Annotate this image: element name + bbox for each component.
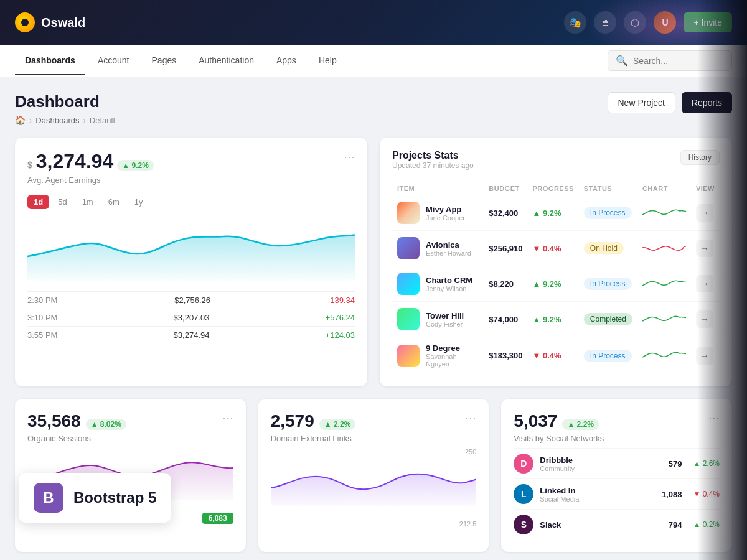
domain-stat-header: 2,579 ▲ 2.2% Domain External Links ⋯ (271, 411, 477, 443)
time-change-3: +124.03 (326, 330, 355, 340)
view-button-2[interactable]: → (696, 275, 713, 292)
social-change-0: ▲ 2.6% (693, 459, 720, 468)
earnings-card: $ 3,274.94 ▲ 9.2% Avg. Agent Earnings ⋯ … (15, 138, 367, 386)
search-input[interactable] (633, 56, 724, 66)
earnings-time-table: 2:30 PM $2,756.26 -139.34 3:10 PM $3,207… (27, 291, 355, 343)
page-title-area: Dashboard 🏠 › Dashboards › Default (15, 92, 115, 125)
time-change-1: -139.34 (327, 296, 355, 305)
table-row: 9 Degree Savannah Nguyen $183,300 ▼ 0.4%… (392, 337, 720, 375)
social-badge: ▲ 2.2% (562, 419, 599, 430)
time-filter-6m[interactable]: 6m (102, 195, 126, 209)
project-chart-0 (637, 195, 691, 231)
project-view-1[interactable]: → (691, 231, 720, 266)
chart-max-label: 250 (271, 448, 477, 455)
nav-account[interactable]: Account (88, 47, 139, 75)
table-row: Mivy App Jane Cooper $32,400 ▲ 9.2% In P… (392, 195, 720, 231)
logo-icon (15, 12, 35, 32)
social-val-0: 579 (669, 459, 682, 469)
domain-info: 2,579 ▲ 2.2% Domain External Links (271, 411, 356, 443)
view-button-3[interactable]: → (696, 310, 713, 328)
social-stat-header: 5,037 ▲ 2.2% Visits by Social Networks ⋯ (514, 411, 720, 443)
time-label-1: 2:30 PM (27, 296, 57, 305)
time-filter-1d[interactable]: 1d (27, 195, 49, 209)
time-row-3: 3:55 PM $3,274.94 +124.03 (27, 326, 355, 343)
social-info-2: Slack (540, 520, 662, 530)
view-button-1[interactable]: → (696, 240, 713, 257)
earnings-chart (27, 219, 355, 281)
project-item-1: Avionica Esther Howard (392, 231, 484, 266)
organic-more-icon[interactable]: ⋯ (222, 411, 233, 425)
time-filter-1y[interactable]: 1y (128, 195, 149, 209)
project-view-0[interactable]: → (691, 195, 720, 231)
organic-stat-header: 35,568 ▲ 8.02% Organic Sessions ⋯ (27, 411, 233, 443)
canada-value: 6,083 (202, 513, 233, 524)
nav-apps[interactable]: Apps (266, 47, 306, 75)
social-val-1: 1,088 (662, 490, 682, 499)
project-budget-1: $256,910 (484, 231, 527, 266)
bootstrap-text: Bootstrap 5 (73, 489, 156, 506)
logo-area: Oswald (15, 12, 85, 32)
nav-authentication[interactable]: Authentication (189, 47, 264, 75)
more-icon[interactable]: ⋯ (344, 150, 355, 164)
projects-header: Projects Stats Updated 37 minutes ago Hi… (392, 150, 720, 180)
project-progress-0: ▲ 9.2% (527, 195, 578, 231)
social-networks-card: 5,037 ▲ 2.2% Visits by Social Networks ⋯… (501, 399, 732, 552)
invite-button[interactable]: + Invite (684, 12, 732, 32)
social-label: Visits by Social Networks (514, 434, 604, 443)
nav-dashboards[interactable]: Dashboards (15, 47, 85, 75)
bootstrap-badge: B Bootstrap 5 (19, 473, 171, 523)
social-info-0: Dribbble Community (540, 455, 662, 472)
project-item-2: Charto CRM Jenny Wilson (392, 266, 484, 302)
earnings-label: Avg. Agent Earnings (27, 175, 154, 185)
chart-mid-label: 212.5 (271, 520, 477, 528)
view-button-4[interactable]: → (696, 347, 713, 365)
projects-title: Projects Stats (392, 150, 474, 161)
col-chart: CHART (637, 182, 691, 195)
table-row: Charto CRM Jenny Wilson $8,220 ▲ 9.2% In… (392, 266, 720, 302)
view-button-0[interactable]: → (696, 204, 713, 222)
col-progress: PROGRESS (527, 182, 578, 195)
time-row-2: 3:10 PM $3,207.03 +576.24 (27, 309, 355, 326)
project-view-3[interactable]: → (691, 302, 720, 337)
social-icon-2: S (514, 515, 533, 534)
project-chart-1 (637, 231, 691, 266)
project-status-3: Completed (579, 302, 637, 337)
table-row: Tower Hill Cody Fisher $74,000 ▲ 9.2% Co… (392, 302, 720, 337)
col-view: VIEW (691, 182, 720, 195)
nav-help[interactable]: Help (309, 47, 347, 75)
social-more-icon[interactable]: ⋯ (708, 411, 720, 425)
header-actions: New Project Reports (608, 92, 733, 113)
time-filter-1m[interactable]: 1m (76, 195, 100, 209)
topbar: Oswald 🎭 🖥 ⬡ U + Invite (0, 0, 747, 45)
project-chart-2 (637, 266, 691, 302)
time-filter-5d[interactable]: 5d (52, 195, 73, 209)
project-view-4[interactable]: → (691, 337, 720, 375)
page-header: Dashboard 🏠 › Dashboards › Default New P… (15, 92, 732, 125)
secondary-nav: Dashboards Account Pages Authentication … (0, 45, 747, 77)
table-row: Avionica Esther Howard $256,910 ▼ 0.4% O… (392, 231, 720, 266)
project-status-4: In Process (579, 337, 637, 375)
domain-value: 2,579 (271, 411, 314, 431)
home-icon: 🏠 (15, 115, 26, 125)
domain-more-icon[interactable]: ⋯ (465, 411, 476, 425)
search-icon: 🔍 (616, 55, 628, 67)
history-button[interactable]: History (680, 150, 720, 165)
breadcrumb-dashboards[interactable]: Dashboards (35, 116, 79, 125)
earnings-amount: 3,274.94 (36, 150, 114, 173)
share-icon[interactable]: ⬡ (624, 11, 646, 34)
nav-search[interactable]: 🔍 (608, 50, 732, 71)
avatar[interactable]: U (654, 11, 676, 34)
social-item-2: S Slack 794 ▲ 0.2% (514, 509, 720, 539)
new-project-button[interactable]: New Project (608, 92, 675, 113)
reports-button[interactable]: Reports (682, 92, 732, 113)
logo-name: Oswald (41, 16, 85, 30)
project-status-2: In Process (579, 266, 637, 302)
monitor-icon[interactable]: 🖥 (594, 11, 616, 34)
project-view-2[interactable]: → (691, 266, 720, 302)
project-budget-0: $32,400 (484, 195, 527, 231)
nav-pages[interactable]: Pages (142, 47, 187, 75)
mask-icon[interactable]: 🎭 (564, 11, 586, 34)
projects-table: ITEM BUDGET PROGRESS STATUS CHART VIEW M… (392, 182, 720, 374)
project-item-3: Tower Hill Cody Fisher (392, 302, 484, 337)
earnings-amount-row: $ 3,274.94 ▲ 9.2% (27, 150, 154, 173)
